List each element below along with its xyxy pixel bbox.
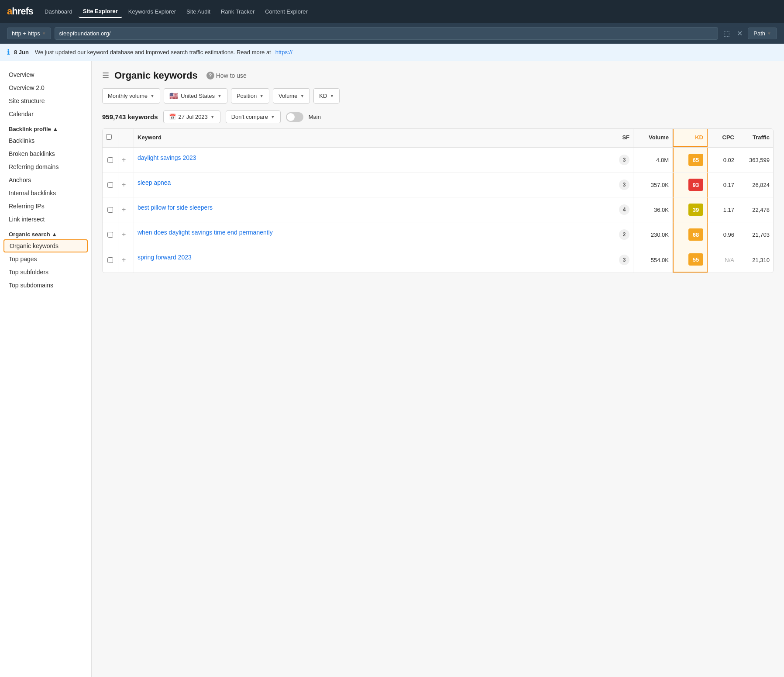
sf-badge: 2 (619, 229, 629, 240)
add-keyword-button[interactable]: + (122, 231, 126, 238)
row-checkbox[interactable] (107, 232, 113, 238)
nav-rank-tracker[interactable]: Rank Tracker (217, 6, 259, 17)
table-row: + when does daylight savings time end pe… (103, 222, 773, 247)
th-keyword[interactable]: Keyword (134, 129, 607, 147)
nav-site-audit[interactable]: Site Audit (182, 6, 215, 17)
row-checkbox[interactable] (107, 207, 113, 213)
main-toggle-label: Main (309, 114, 321, 120)
compare-button[interactable]: Don't compare ▼ (226, 111, 281, 123)
page-header: ☰ Organic keywords ? How to use (102, 70, 774, 81)
keyword-link[interactable]: daylight savings 2023 (138, 154, 196, 162)
sidebar-item-top-subfolders[interactable]: Top subfolders (0, 266, 91, 279)
monthly-volume-filter[interactable]: Monthly volume ▼ (102, 88, 160, 104)
main-toggle[interactable] (286, 112, 303, 122)
sidebar-section-organic[interactable]: Organic search ▲ (0, 226, 91, 239)
sidebar-item-organic-keywords[interactable]: Organic keywords (3, 239, 88, 252)
kd-filter-label: KD (319, 93, 327, 99)
country-chevron-icon: ▼ (217, 93, 222, 98)
sidebar-item-referring-ips[interactable]: Referring IPs (0, 200, 91, 213)
notification-link[interactable]: https:// (275, 49, 292, 55)
sidebar-item-top-pages[interactable]: Top pages (0, 252, 91, 266)
th-add (118, 129, 134, 147)
keyword-link[interactable]: when does daylight savings time end perm… (138, 228, 273, 237)
volume-filter-label: Volume (279, 93, 297, 99)
page-title: Organic keywords (114, 70, 198, 81)
url-input[interactable] (55, 27, 719, 40)
table-row: + daylight savings 2023 3 4.8M 65 0.02 3… (103, 148, 773, 173)
row-kd-cell: 93 (673, 173, 708, 197)
notification-bar: ℹ 8 Jun We just updated our keyword data… (0, 44, 784, 61)
row-traffic-cell: 26,824 (738, 173, 773, 197)
row-checkbox-cell (103, 197, 118, 222)
add-keyword-button[interactable]: + (122, 181, 126, 188)
sidebar-section-backlink[interactable]: Backlink profile ▲ (0, 121, 91, 134)
compare-label: Don't compare (231, 114, 268, 120)
row-volume-cell: 230.0K (633, 222, 673, 247)
sidebar-item-overview[interactable]: Overview (0, 68, 91, 81)
nav-content-explorer[interactable]: Content Explorer (261, 6, 312, 17)
volume-filter[interactable]: Volume ▼ (273, 88, 310, 104)
row-checkbox-cell (103, 247, 118, 273)
table-controls: 959,743 keywords 📅 27 Jul 2023 ▼ Don't c… (102, 111, 774, 123)
nav-keywords-explorer[interactable]: Keywords Explorer (124, 6, 180, 17)
nav-dashboard[interactable]: Dashboard (40, 6, 77, 17)
open-external-icon[interactable]: ⬚ (722, 28, 732, 39)
nav-site-explorer[interactable]: Site Explorer (79, 5, 122, 18)
country-filter[interactable]: 🇺🇸 United States ▼ (164, 88, 227, 104)
row-checkbox[interactable] (107, 157, 113, 163)
th-traffic[interactable]: Traffic (738, 129, 773, 147)
sidebar-item-backlinks[interactable]: Backlinks (0, 134, 91, 147)
sidebar-item-referring-domains[interactable]: Referring domains (0, 160, 91, 173)
row-add-cell: + (118, 148, 134, 172)
row-checkbox[interactable] (107, 257, 113, 263)
sidebar-item-site-structure[interactable]: Site structure (0, 94, 91, 107)
logo[interactable]: ahrefs (7, 6, 33, 17)
content-area: ☰ Organic keywords ? How to use Monthly … (92, 61, 784, 677)
row-cpc-cell: N/A (708, 247, 738, 273)
protocol-select[interactable]: http + https ▼ (7, 28, 51, 39)
kd-filter[interactable]: KD ▼ (313, 88, 340, 104)
select-all-checkbox[interactable] (106, 134, 112, 140)
row-keyword-cell: daylight savings 2023 (134, 148, 607, 172)
how-to-use-button[interactable]: ? How to use (203, 70, 250, 81)
sidebar-item-anchors[interactable]: Anchors (0, 173, 91, 187)
protocol-chevron-icon: ▼ (42, 31, 46, 36)
sidebar-item-overview-2[interactable]: Overview 2.0 (0, 81, 91, 94)
row-sf-cell: 3 (607, 148, 633, 172)
row-volume-cell: 4.8M (633, 148, 673, 172)
row-keyword-cell: sleep apnea (134, 173, 607, 197)
date-picker[interactable]: 📅 27 Jul 2023 ▼ (163, 111, 220, 123)
add-keyword-button[interactable]: + (122, 156, 126, 163)
sf-badge: 4 (619, 204, 629, 215)
th-sf[interactable]: SF (607, 129, 633, 147)
th-cpc[interactable]: CPC (708, 129, 738, 147)
row-kd-cell: 55 (673, 247, 708, 273)
row-volume-cell: 357.0K (633, 173, 673, 197)
sidebar-item-top-subdomains[interactable]: Top subdomains (0, 279, 91, 292)
path-button[interactable]: Path ▼ (748, 28, 777, 39)
sf-badge: 3 (619, 180, 629, 190)
hamburger-icon[interactable]: ☰ (102, 71, 109, 80)
keyword-link[interactable]: sleep apnea (138, 179, 171, 187)
how-to-use-label: How to use (216, 72, 247, 79)
close-icon[interactable]: ✕ (735, 28, 744, 39)
th-volume[interactable]: Volume (633, 129, 673, 147)
sidebar-item-calendar[interactable]: Calendar (0, 107, 91, 121)
keyword-link[interactable]: best pillow for side sleepers (138, 204, 213, 212)
sidebar-item-broken-backlinks[interactable]: Broken backlinks (0, 147, 91, 160)
sidebar-item-link-intersect[interactable]: Link intersect (0, 213, 91, 226)
path-chevron-icon: ▼ (767, 31, 771, 36)
row-sf-cell: 3 (607, 173, 633, 197)
position-filter[interactable]: Position ▼ (231, 88, 269, 104)
keyword-link[interactable]: spring forward 2023 (138, 253, 192, 262)
kd-badge: 93 (688, 179, 703, 191)
table-row: + best pillow for side sleepers 4 36.0K … (103, 197, 773, 222)
sidebar-item-internal-backlinks[interactable]: Internal backlinks (0, 187, 91, 200)
th-kd[interactable]: KD (673, 129, 708, 147)
row-add-cell: + (118, 197, 134, 222)
url-bar: http + https ▼ ⬚ ✕ Path ▼ (0, 23, 784, 44)
add-keyword-button[interactable]: + (122, 206, 126, 213)
table-row: + spring forward 2023 3 554.0K 55 N/A 21… (103, 247, 773, 273)
row-checkbox[interactable] (107, 182, 113, 188)
add-keyword-button[interactable]: + (122, 256, 126, 263)
